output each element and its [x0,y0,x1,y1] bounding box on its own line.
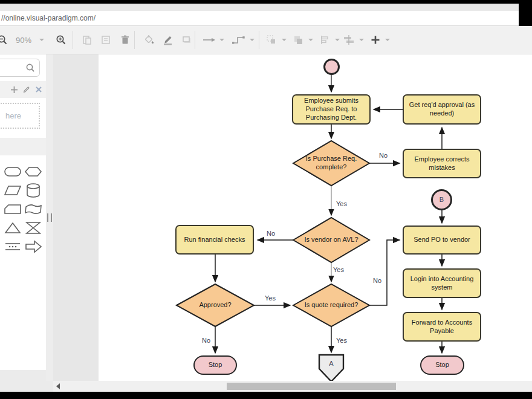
edge-label-no: No [373,277,381,284]
drop-hint-text: here [5,111,21,120]
palette-shape-triangle[interactable] [4,221,21,235]
palette-section-band[interactable] [0,138,46,155]
sidebar-resize-handle[interactable] [47,213,52,222]
search-input[interactable] [0,59,40,77]
process-submit[interactable]: Employee submits Purchase Req. to Purcha… [292,94,371,125]
delete-button[interactable] [117,26,133,54]
connector-style-dropdown[interactable] [248,26,256,54]
toolbar-separator [195,31,195,49]
drag-shapes-drop-area[interactable]: here [0,103,40,129]
node-label: Run financial checks [184,236,245,244]
palette-shape-collate[interactable] [25,221,42,235]
zoom-level-dropdown[interactable] [37,26,46,54]
palette-shape-card[interactable] [4,203,22,215]
arrow-style-dropdown[interactable] [218,26,226,54]
horizontal-scrollbar[interactable] [53,381,532,392]
node-label: Employee submits Purchase Req. to Purcha… [297,97,365,122]
url-text[interactable]: //online.visual-paradigm.com/ [1,14,96,22]
chevron-down-icon [359,39,364,41]
edge-label-yes: Yes [333,266,344,273]
trash-icon [120,34,131,45]
shadow-icon [181,34,193,46]
chevron-down-icon [282,39,287,41]
browser-tab-strip [0,4,519,11]
move-shape-icon [265,34,277,46]
decision-label-is-vendor-avl: Is vendor on AVL? [298,236,365,244]
chevron-down-icon [39,39,44,41]
bring-forward-icon [292,34,304,46]
horizontal-scrollbar-thumb[interactable] [227,383,396,390]
edge-label-yes: Yes [336,337,347,344]
decision-label-is-quote-required: Is quote required? [298,301,365,310]
fill-color-button[interactable] [141,26,158,54]
distribute-dropdown[interactable] [357,26,366,54]
move-shape-button[interactable] [264,26,279,54]
connector-style-button[interactable] [230,26,248,54]
terminator-stop-right[interactable]: Stop [420,355,464,375]
palette-shape-flag[interactable] [24,203,42,215]
edge-label-no: No [267,230,275,237]
bottom-black-bar [0,392,532,399]
order-button[interactable] [290,26,306,54]
scroll-left-arrow-icon[interactable] [56,383,60,389]
node-label: Stop [209,361,222,369]
copy-style-icon [100,34,111,45]
line-color-button[interactable] [160,26,177,54]
node-label: Login into Accounting system [408,275,476,292]
process-corrects[interactable]: Employee corrects mistakes [403,149,481,178]
sidebar-bottom-area [0,370,53,392]
distribute-button[interactable] [341,26,357,54]
corner-black-block [519,0,532,26]
paste-button[interactable] [79,26,95,54]
zoom-out-icon [0,34,8,46]
order-dropdown[interactable] [307,26,315,54]
edit-palette-icon[interactable] [22,85,31,94]
palette-shape-block-arrow[interactable] [24,240,42,253]
fill-color-icon [143,34,155,46]
arrow-style-icon [202,35,216,45]
shape-palette-sidebar: here [0,54,46,370]
decision-label-is-complete: Is Purchase Req. complete? [302,150,360,177]
align-dropdown[interactable] [333,26,342,54]
arrow-style-button[interactable] [201,26,217,54]
add-shape-dropdown[interactable] [383,26,392,54]
palette-panel-header [0,81,46,98]
copy-style-button[interactable] [98,26,114,54]
palette-shape-terminator[interactable] [4,166,22,178]
palette-shape-cylinder[interactable] [25,183,41,198]
shadow-button[interactable] [178,26,195,54]
process-get-approval[interactable]: Get req'd approval (as needed) [403,94,481,125]
zoom-out-button[interactable] [0,26,9,54]
distribute-icon [342,34,355,46]
toolbar-separator [259,31,259,49]
connector-style-icon [231,34,247,46]
close-palette-icon[interactable] [35,86,42,93]
terminator-stop-left[interactable]: Stop [193,355,237,375]
line-color-icon [162,34,174,46]
app-window: //online.visual-paradigm.com/ 90% [0,0,532,399]
shape-grid [2,162,44,256]
palette-shape-parallelogram[interactable] [4,184,22,197]
onpage-connector-b[interactable]: B [431,189,452,210]
zoom-in-button[interactable] [53,26,69,54]
add-shape-button[interactable] [368,26,383,54]
start-node[interactable] [323,59,340,75]
add-palette-icon[interactable] [10,86,18,94]
move-shape-dropdown[interactable] [280,26,288,54]
process-forward-ap[interactable]: Forward to Accounts Payable [403,312,481,342]
process-login-accounting[interactable]: Login into Accounting system [403,268,481,298]
align-button[interactable] [317,26,332,54]
process-send-po[interactable]: Send PO to vendor [403,225,481,255]
node-label: Stop [435,361,449,369]
palette-shape-divided-process[interactable] [4,242,21,251]
edge-label-no: No [202,337,210,344]
zoom-level[interactable]: 90% [13,26,34,54]
plus-icon [370,34,381,45]
decision-label-approved: Approved? [191,301,239,310]
palette-shape-hexagon[interactable] [24,166,42,178]
edge-label-yes: Yes [265,294,276,302]
align-left-icon [319,34,331,46]
process-run-checks[interactable]: Run financial checks [175,225,254,255]
browser-url-bar[interactable]: //online.visual-paradigm.com/ [0,11,519,26]
node-label: Forward to Accounts Payable [408,319,476,336]
